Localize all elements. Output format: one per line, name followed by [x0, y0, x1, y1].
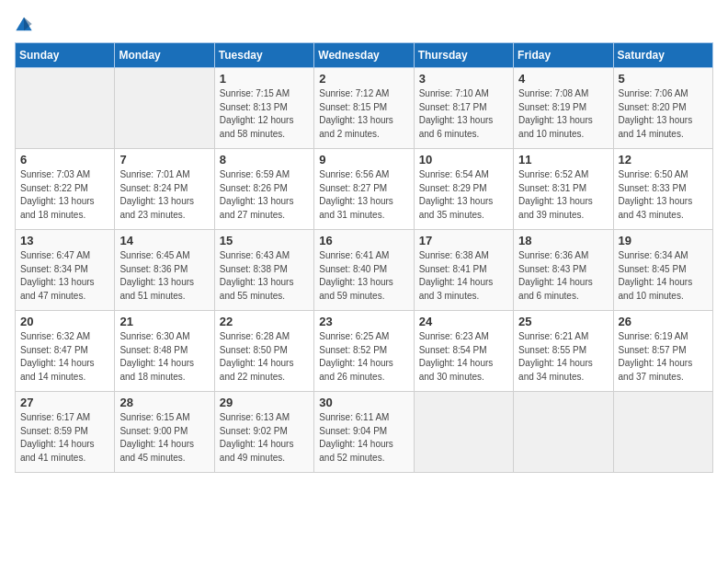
calendar-week-0: 1Sunrise: 7:15 AM Sunset: 8:13 PM Daylig…	[16, 68, 713, 149]
weekday-header-thursday: Thursday	[414, 43, 513, 68]
day-number: 10	[419, 153, 508, 167]
calendar-week-1: 6Sunrise: 7:03 AM Sunset: 8:22 PM Daylig…	[16, 149, 713, 230]
calendar-cell: 11Sunrise: 6:52 AM Sunset: 8:31 PM Dayli…	[514, 149, 613, 230]
calendar-cell: 13Sunrise: 6:47 AM Sunset: 8:34 PM Dayli…	[16, 230, 115, 311]
calendar-cell: 10Sunrise: 6:54 AM Sunset: 8:29 PM Dayli…	[414, 149, 513, 230]
calendar-body: 1Sunrise: 7:15 AM Sunset: 8:13 PM Daylig…	[16, 68, 713, 473]
day-number: 19	[619, 234, 708, 247]
day-number: 25	[518, 315, 608, 328]
calendar-cell: 17Sunrise: 6:38 AM Sunset: 8:41 PM Dayli…	[414, 230, 513, 311]
day-number: 3	[419, 72, 508, 86]
calendar-cell: 4Sunrise: 7:08 AM Sunset: 8:19 PM Daylig…	[514, 68, 613, 149]
day-info: Sunrise: 6:59 AM Sunset: 8:26 PM Dayligh…	[220, 168, 309, 222]
day-info: Sunrise: 7:12 AM Sunset: 8:15 PM Dayligh…	[319, 87, 408, 141]
calendar-cell	[16, 68, 115, 149]
weekday-header-tuesday: Tuesday	[214, 43, 313, 68]
day-info: Sunrise: 6:45 AM Sunset: 8:36 PM Dayligh…	[119, 249, 209, 303]
calendar-cell	[115, 68, 214, 149]
day-info: Sunrise: 7:15 AM Sunset: 8:13 PM Dayligh…	[220, 87, 309, 141]
calendar-cell: 19Sunrise: 6:34 AM Sunset: 8:45 PM Dayli…	[613, 230, 712, 311]
calendar-cell: 28Sunrise: 6:15 AM Sunset: 9:00 PM Dayli…	[115, 392, 214, 473]
day-info: Sunrise: 6:38 AM Sunset: 8:41 PM Dayligh…	[419, 249, 508, 303]
calendar-cell: 24Sunrise: 6:23 AM Sunset: 8:54 PM Dayli…	[414, 311, 513, 392]
day-number: 17	[419, 234, 508, 247]
calendar-cell: 5Sunrise: 7:06 AM Sunset: 8:20 PM Daylig…	[613, 68, 712, 149]
day-number: 28	[119, 396, 209, 409]
weekday-header-wednesday: Wednesday	[314, 43, 414, 68]
calendar-cell: 22Sunrise: 6:28 AM Sunset: 8:50 PM Dayli…	[214, 311, 313, 392]
calendar-cell: 29Sunrise: 6:13 AM Sunset: 9:02 PM Dayli…	[214, 392, 313, 473]
calendar-cell	[514, 392, 613, 473]
day-number: 26	[619, 315, 708, 328]
day-number: 22	[220, 315, 309, 328]
day-number: 1	[220, 72, 309, 86]
day-info: Sunrise: 7:06 AM Sunset: 8:20 PM Dayligh…	[619, 87, 708, 141]
day-info: Sunrise: 6:21 AM Sunset: 8:55 PM Dayligh…	[518, 330, 608, 384]
calendar-week-3: 20Sunrise: 6:32 AM Sunset: 8:47 PM Dayli…	[16, 311, 713, 392]
day-number: 11	[518, 153, 608, 167]
calendar-cell: 15Sunrise: 6:43 AM Sunset: 8:38 PM Dayli…	[214, 230, 313, 311]
calendar-cell: 20Sunrise: 6:32 AM Sunset: 8:47 PM Dayli…	[16, 311, 115, 392]
calendar-cell: 14Sunrise: 6:45 AM Sunset: 8:36 PM Dayli…	[115, 230, 214, 311]
calendar-cell: 25Sunrise: 6:21 AM Sunset: 8:55 PM Dayli…	[514, 311, 613, 392]
day-number: 27	[20, 396, 109, 409]
day-info: Sunrise: 6:28 AM Sunset: 8:50 PM Dayligh…	[220, 330, 309, 384]
day-number: 13	[20, 234, 109, 247]
day-info: Sunrise: 6:41 AM Sunset: 8:40 PM Dayligh…	[319, 249, 408, 303]
day-info: Sunrise: 6:50 AM Sunset: 8:33 PM Dayligh…	[619, 168, 708, 222]
header	[15, 15, 713, 33]
day-info: Sunrise: 6:15 AM Sunset: 9:00 PM Dayligh…	[119, 411, 209, 465]
weekday-header-friday: Friday	[514, 43, 613, 68]
calendar-cell: 23Sunrise: 6:25 AM Sunset: 8:52 PM Dayli…	[314, 311, 414, 392]
day-number: 8	[220, 153, 309, 167]
calendar-cell	[414, 392, 513, 473]
day-number: 16	[319, 234, 408, 247]
calendar-cell	[613, 392, 712, 473]
calendar-cell: 26Sunrise: 6:19 AM Sunset: 8:57 PM Dayli…	[613, 311, 712, 392]
calendar-cell: 9Sunrise: 6:56 AM Sunset: 8:27 PM Daylig…	[314, 149, 414, 230]
day-info: Sunrise: 6:32 AM Sunset: 8:47 PM Dayligh…	[20, 330, 109, 384]
day-info: Sunrise: 6:34 AM Sunset: 8:45 PM Dayligh…	[619, 249, 708, 303]
day-number: 21	[119, 315, 209, 328]
day-number: 20	[20, 315, 109, 328]
calendar-week-4: 27Sunrise: 6:17 AM Sunset: 8:59 PM Dayli…	[16, 392, 713, 473]
day-number: 15	[220, 234, 309, 247]
day-number: 6	[20, 153, 109, 167]
day-info: Sunrise: 6:52 AM Sunset: 8:31 PM Dayligh…	[518, 168, 608, 222]
calendar-week-2: 13Sunrise: 6:47 AM Sunset: 8:34 PM Dayli…	[16, 230, 713, 311]
day-info: Sunrise: 6:17 AM Sunset: 8:59 PM Dayligh…	[20, 411, 109, 465]
day-number: 23	[319, 315, 408, 328]
day-info: Sunrise: 6:19 AM Sunset: 8:57 PM Dayligh…	[619, 330, 708, 384]
day-info: Sunrise: 6:25 AM Sunset: 8:52 PM Dayligh…	[319, 330, 408, 384]
calendar-table: SundayMondayTuesdayWednesdayThursdayFrid…	[15, 42, 713, 473]
day-number: 18	[518, 234, 608, 247]
calendar-cell: 27Sunrise: 6:17 AM Sunset: 8:59 PM Dayli…	[16, 392, 115, 473]
day-number: 5	[619, 72, 708, 86]
day-info: Sunrise: 7:01 AM Sunset: 8:24 PM Dayligh…	[119, 168, 209, 222]
calendar-cell: 1Sunrise: 7:15 AM Sunset: 8:13 PM Daylig…	[214, 68, 313, 149]
day-info: Sunrise: 7:08 AM Sunset: 8:19 PM Dayligh…	[518, 87, 608, 141]
day-info: Sunrise: 6:36 AM Sunset: 8:43 PM Dayligh…	[518, 249, 608, 303]
day-info: Sunrise: 7:10 AM Sunset: 8:17 PM Dayligh…	[419, 87, 508, 141]
day-number: 12	[619, 153, 708, 167]
calendar-cell: 2Sunrise: 7:12 AM Sunset: 8:15 PM Daylig…	[314, 68, 414, 149]
day-info: Sunrise: 7:03 AM Sunset: 8:22 PM Dayligh…	[20, 168, 109, 222]
calendar-cell: 18Sunrise: 6:36 AM Sunset: 8:43 PM Dayli…	[514, 230, 613, 311]
day-info: Sunrise: 6:13 AM Sunset: 9:02 PM Dayligh…	[220, 411, 309, 465]
calendar-cell: 12Sunrise: 6:50 AM Sunset: 8:33 PM Dayli…	[613, 149, 712, 230]
day-number: 9	[319, 153, 408, 167]
weekday-header-saturday: Saturday	[613, 43, 712, 68]
day-number: 14	[119, 234, 209, 247]
day-number: 2	[319, 72, 408, 86]
logo	[15, 15, 37, 33]
day-info: Sunrise: 6:30 AM Sunset: 8:48 PM Dayligh…	[119, 330, 209, 384]
calendar-cell: 6Sunrise: 7:03 AM Sunset: 8:22 PM Daylig…	[16, 149, 115, 230]
logo-icon	[15, 15, 33, 33]
calendar-cell: 8Sunrise: 6:59 AM Sunset: 8:26 PM Daylig…	[214, 149, 313, 230]
day-number: 30	[319, 396, 408, 409]
day-number: 24	[419, 315, 508, 328]
day-info: Sunrise: 6:23 AM Sunset: 8:54 PM Dayligh…	[419, 330, 508, 384]
day-info: Sunrise: 6:56 AM Sunset: 8:27 PM Dayligh…	[319, 168, 408, 222]
day-info: Sunrise: 6:11 AM Sunset: 9:04 PM Dayligh…	[319, 411, 408, 465]
day-number: 29	[220, 396, 309, 409]
